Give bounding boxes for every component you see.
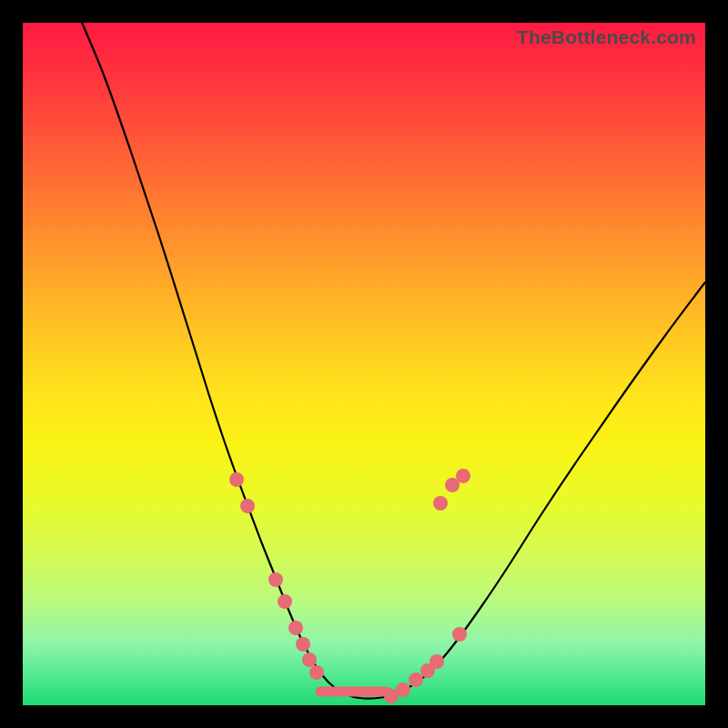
curve-marker: [430, 654, 444, 669]
curve-marker: [240, 499, 255, 513]
bottleneck-curve: [80, 18, 705, 699]
curve-marker: [433, 496, 448, 511]
curve-markers: [229, 469, 470, 703]
curve-marker: [302, 652, 317, 667]
curve-marker: [288, 621, 303, 635]
chart-frame: TheBottleneck.com: [0, 0, 728, 728]
curve-marker: [396, 682, 410, 697]
plot-area: TheBottleneck.com: [23, 23, 705, 705]
curve-marker: [452, 627, 467, 642]
curve-layer: [23, 23, 705, 705]
curve-marker: [278, 594, 292, 609]
curve-marker: [456, 469, 470, 483]
curve-marker: [296, 637, 310, 652]
curve-marker: [409, 672, 423, 687]
curve-marker: [229, 472, 244, 487]
curve-marker: [268, 572, 283, 587]
curve-marker: [309, 665, 324, 680]
